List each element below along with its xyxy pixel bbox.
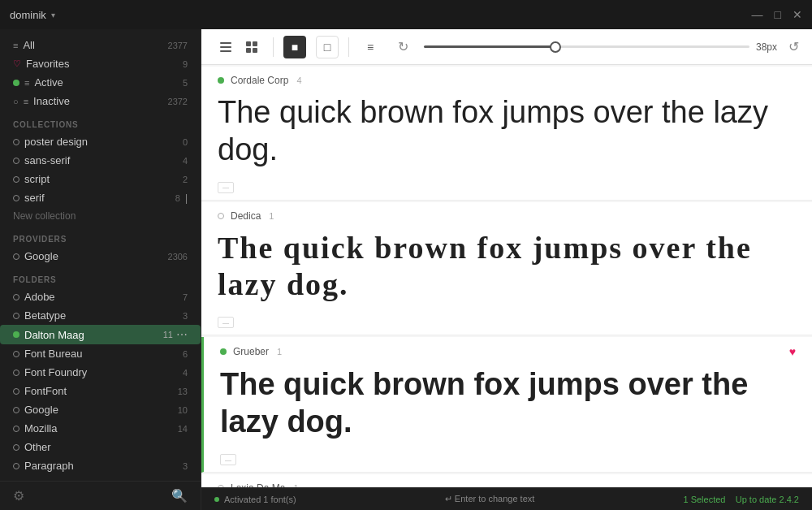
expand-button[interactable]: —	[218, 317, 234, 328]
folder-dot-icon	[13, 294, 19, 300]
search-list-icon[interactable]: 🔍	[171, 488, 188, 504]
collection-sans-label: sans-serif	[24, 154, 70, 166]
sidebar-footer: ⚙ 🔍	[0, 481, 201, 510]
cursor-indicator: |	[185, 192, 188, 204]
view-mode-group	[214, 36, 263, 58]
folders-section-label: FOLDERS	[0, 266, 201, 287]
list-view-icon[interactable]	[214, 36, 237, 58]
folder-menu-button[interactable]: ⋯	[176, 328, 188, 341]
toolbar-divider-2	[348, 37, 349, 57]
sidebar-item-adobe[interactable]: Adobe 7	[0, 287, 201, 306]
folder-fontbureau-label: Font Bureau	[24, 348, 83, 360]
folder-google-count: 10	[178, 405, 188, 415]
close-button[interactable]: ✕	[793, 8, 802, 21]
folder-betatype-count: 3	[183, 311, 188, 321]
settings-icon[interactable]: ⚙	[13, 488, 24, 504]
font-expand-grueber: —	[204, 447, 812, 473]
folder-fontfont-label: FontFont	[24, 385, 67, 397]
sidebar-item-poster-design[interactable]: poster design 0	[0, 132, 201, 151]
font-entry-grueber: Grueber 1 ♥ The quick brown fox jumps ov…	[201, 337, 812, 473]
svg-rect-2	[220, 50, 231, 52]
sidebar-item-mozilla[interactable]: Mozilla 14	[0, 419, 201, 438]
sidebar-item-google-folder[interactable]: Google 10	[0, 400, 201, 419]
heart-favorite-icon[interactable]: ♥	[789, 345, 796, 358]
collection-dot-icon	[13, 139, 19, 145]
sidebar-item-paragraph[interactable]: Paragraph 3	[0, 456, 201, 475]
sidebar-item-all[interactable]: ≡ All 2377	[0, 36, 201, 54]
folder-dot-icon	[13, 370, 19, 376]
sidebar-item-favorites[interactable]: ♡ Favorites 9	[0, 54, 201, 73]
collection-dot-icon	[13, 176, 19, 183]
light-mode-toggle[interactable]: □	[316, 36, 339, 58]
transform-icon[interactable]: ↻	[391, 36, 414, 58]
folder-betatype-label: Betatype	[24, 309, 66, 322]
new-collection-button[interactable]: New collection	[0, 207, 201, 225]
size-slider[interactable]	[424, 45, 749, 48]
folder-mozilla-label: Mozilla	[24, 422, 57, 434]
font-status-dot	[218, 77, 224, 84]
dark-mode-toggle[interactable]: ■	[283, 36, 306, 58]
folder-active-dot-icon	[13, 331, 19, 338]
folder-dot-icon	[13, 407, 19, 413]
font-preview-dedica[interactable]: The quick brown fox jumps over the lazy …	[201, 227, 812, 310]
sidebar-item-other[interactable]: Other	[0, 438, 201, 456]
folder-dot-icon	[13, 444, 19, 451]
size-label: 38px	[756, 41, 782, 53]
folder-fontfont-count: 13	[178, 387, 188, 396]
provider-google-label: Google	[24, 250, 58, 262]
svg-rect-6	[253, 48, 257, 53]
sidebar-item-google-provider[interactable]: Google 2306	[0, 247, 201, 266]
expand-button[interactable]: —	[220, 454, 236, 465]
svg-rect-0	[220, 42, 231, 44]
collection-serif-label: serif	[24, 192, 45, 204]
font-header-grueber: Grueber 1 ♥	[204, 337, 812, 363]
folder-other-label: Other	[24, 441, 51, 453]
folder-paragraph-label: Paragraph	[24, 460, 74, 472]
active-label: Active	[34, 76, 63, 89]
all-count: 2377	[168, 41, 188, 50]
collection-sans-count: 4	[183, 156, 188, 166]
font-count-cordale: 4	[296, 76, 301, 85]
font-entry-lexia: Lexia Da Ma 1 The quick brown fox jumps …	[201, 474, 812, 487]
sidebar-item-betatype[interactable]: Betatype 3	[0, 306, 201, 325]
grid-view-icon[interactable]	[240, 36, 263, 58]
expand-button[interactable]: —	[218, 182, 234, 193]
sidebar-item-script[interactable]: script 2	[0, 170, 201, 188]
folder-adobe-label: Adobe	[24, 291, 55, 303]
font-preview-grueber[interactable]: The quick brown fox jumps over the lazy …	[204, 363, 812, 447]
providers-section-label: PROVIDERS	[0, 225, 201, 247]
sidebar-item-font-bureau[interactable]: Font Bureau 6	[0, 344, 201, 363]
statusbar-right: 1 Selected Up to date 2.4.2	[683, 495, 799, 504]
sidebar-item-sans-serif[interactable]: sans-serif 4	[0, 151, 201, 170]
active-lines-icon: ≡	[24, 78, 29, 88]
font-preview-cordale[interactable]: The quick brown fox jumps over the lazy …	[201, 91, 812, 175]
minimize-button[interactable]: —	[752, 8, 763, 21]
folder-dot-icon	[13, 426, 19, 432]
inactive-label: Inactive	[33, 95, 70, 107]
align-icon[interactable]: ≡	[359, 36, 382, 58]
maximize-button[interactable]: □	[775, 8, 781, 21]
sidebar-item-fontfont[interactable]: FontFont 13	[0, 382, 201, 400]
font-status-dot	[220, 348, 227, 355]
sidebar-item-font-foundry[interactable]: Font Foundry 4	[0, 363, 201, 382]
sidebar-item-inactive[interactable]: ○ ≡ Inactive 2372	[0, 92, 201, 110]
toolbar-divider-1	[273, 37, 274, 57]
font-header-dedica: Dedica 1	[201, 202, 812, 227]
font-expand-cordale: —	[201, 175, 812, 200]
collection-poster-count: 0	[183, 137, 188, 147]
font-entry-dedica: Dedica 1 The quick brown fox jumps over …	[201, 202, 812, 336]
folder-dot-icon	[13, 388, 19, 395]
svg-rect-5	[246, 48, 251, 53]
font-expand-dedica: —	[201, 310, 812, 335]
folder-paragraph-count: 3	[183, 461, 188, 471]
sidebar-item-dalton-maag[interactable]: Dalton Maag 11 ⋯	[0, 325, 201, 344]
all-label: All	[23, 39, 34, 51]
folder-dot-icon	[13, 313, 19, 319]
font-name-dedica: Dedica	[231, 210, 261, 222]
size-slider-container: 38px ↺	[424, 39, 799, 54]
sidebar-item-active[interactable]: ≡ Active 5	[0, 73, 201, 92]
sidebar-item-serif[interactable]: serif 8 |	[0, 188, 201, 207]
reset-icon[interactable]: ↺	[788, 39, 799, 54]
collection-poster-label: poster design	[24, 136, 88, 148]
svg-rect-3	[246, 41, 251, 46]
